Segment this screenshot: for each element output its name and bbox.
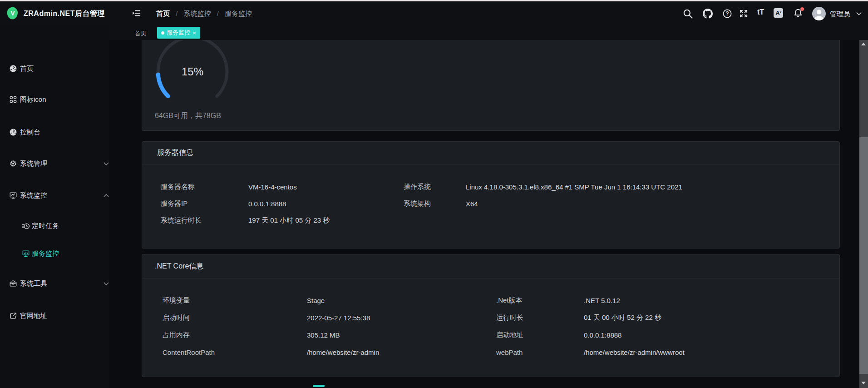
- sidebar-item-label: 服务监控: [32, 249, 59, 258]
- icons-grid-icon: [9, 95, 17, 104]
- sidebar: 首页 图标icon 控制台 系统管理: [0, 25, 109, 388]
- field-value: 305.12 MB: [307, 331, 496, 339]
- card-title: .NET Core信息: [142, 254, 839, 279]
- sidebar-item-label: 图标icon: [20, 95, 46, 104]
- search-icon[interactable]: [683, 9, 693, 19]
- sidebar-item-label: 定时任务: [32, 222, 59, 230]
- app-title: ZRAdmin.NET后台管理: [24, 9, 105, 19]
- field-label: .Net版本: [496, 296, 584, 305]
- chevron-down-icon: [104, 162, 109, 165]
- field-value: Linux 4.18.0-305.3.1.el8.x86_64 #1 SMP T…: [466, 183, 835, 191]
- field-label: 操作系统: [404, 183, 466, 191]
- logo-letter: V: [5, 6, 20, 20]
- active-tab-dot: [161, 31, 164, 35]
- person-icon: [812, 7, 826, 20]
- breadcrumb-separator: /: [217, 10, 219, 17]
- field-value: 0.0.0.1:8888: [248, 200, 404, 208]
- chevron-up-icon: [104, 194, 109, 197]
- dotnet-info-table: 环境变量 Stage .Net版本 .NET 5.0.12 启动时间 2022-…: [142, 279, 839, 361]
- field-value: 0.0.0.1:8888: [584, 331, 835, 339]
- horizontal-scrollbar-thumb[interactable]: [313, 385, 325, 387]
- field-value: /home/website/zr-admin: [307, 348, 496, 356]
- notification-badge: [800, 7, 804, 11]
- field-label: ContentRootPath: [163, 348, 307, 356]
- gear-icon: [9, 159, 17, 168]
- server-info-table: 服务器名称 VM-16-4-centos 操作系统 Linux 4.18.0-3…: [142, 164, 839, 229]
- field-value: 01 天 00 小时 52 分 22 秒: [584, 313, 835, 322]
- tab-service-monitor[interactable]: 服务监控 ×: [157, 27, 200, 39]
- svg-text:?: ?: [725, 10, 729, 17]
- user-name[interactable]: 管理员: [830, 10, 850, 19]
- field-label: 运行时长: [496, 313, 584, 322]
- field-value: /home/website/zr-admin/wwwroot: [584, 348, 835, 356]
- breadcrumb-home[interactable]: 首页: [156, 10, 170, 17]
- help-icon[interactable]: ?: [722, 9, 732, 19]
- server-monitor-icon: [22, 249, 30, 258]
- scroll-down-arrow-icon[interactable]: [861, 382, 866, 384]
- sidebar-item-icons[interactable]: 图标icon: [0, 93, 109, 106]
- sidebar-item-label: 系统管理: [20, 159, 47, 168]
- sidebar-item-system-monitor[interactable]: 系统监控: [0, 189, 109, 202]
- field-value: X64: [466, 200, 835, 208]
- field-label: 环境变量: [163, 296, 307, 305]
- monitor-chart-icon: [9, 191, 17, 199]
- sidebar-item-system-tools[interactable]: 系统工具: [0, 277, 109, 290]
- server-info-card: 服务器信息 服务器名称 VM-16-4-centos 操作系统 Linux 4.…: [142, 141, 840, 249]
- notification-bell[interactable]: [793, 8, 803, 18]
- timer-icon: [22, 222, 30, 230]
- disk-usage-gauge: 15%: [152, 40, 233, 113]
- field-value: 197 天 01 小时 05 分 23 秒: [248, 216, 404, 225]
- field-label: webPath: [496, 348, 584, 356]
- tab-home[interactable]: 首页: [135, 30, 147, 38]
- field-label: 启动地址: [496, 331, 584, 339]
- sidebar-item-system-manage[interactable]: 系统管理: [0, 157, 109, 170]
- app-logo[interactable]: V: [5, 6, 20, 20]
- toolbox-icon: [9, 279, 17, 288]
- breadcrumb-system-monitor[interactable]: 系统监控: [184, 10, 211, 17]
- field-value: .NET 5.0.12: [584, 297, 835, 304]
- breadcrumb-service-monitor: 服务监控: [225, 10, 252, 17]
- disk-caption: 64GB可用，共78GB: [155, 111, 221, 121]
- breadcrumb: 首页 / 系统监控 / 服务监控: [156, 10, 252, 18]
- sidebar-fold-icon[interactable]: [132, 9, 141, 18]
- font-size-icon[interactable]: tT: [757, 8, 764, 16]
- header-bar: V ZRAdmin.NET后台管理 首页 / 系统监控 / 服务监控 ? tT …: [0, 1, 868, 25]
- avatar[interactable]: [812, 7, 826, 20]
- scroll-up-arrow-icon[interactable]: [861, 43, 866, 45]
- sidebar-item-label: 官网地址: [20, 312, 47, 320]
- gauge-percent-label: 15%: [182, 65, 203, 78]
- sidebar-item-home[interactable]: 首页: [0, 62, 109, 75]
- sidebar-item-console[interactable]: 控制台: [0, 125, 109, 139]
- dotnet-info-card: .NET Core信息 环境变量 Stage .Net版本 .NET 5.0.1…: [142, 254, 840, 377]
- console-gauge-icon: [9, 128, 17, 136]
- field-value: VM-16-4-centos: [248, 183, 404, 191]
- field-label: 占用内存: [163, 331, 307, 339]
- tab-close-icon[interactable]: ×: [192, 30, 196, 36]
- sidebar-item-official-site[interactable]: 官网地址: [0, 309, 109, 323]
- breadcrumb-separator: /: [176, 10, 178, 17]
- field-label: 服务器名称: [161, 183, 248, 191]
- field-label: 服务器IP: [161, 199, 248, 208]
- field-label: 系统架构: [404, 199, 466, 208]
- fullscreen-icon[interactable]: [739, 9, 749, 19]
- field-value: 2022-05-27 12:55:38: [307, 314, 496, 322]
- card-title: 服务器信息: [142, 142, 839, 164]
- disk-gauge-card: 15% 64GB可用，共78GB: [142, 40, 840, 131]
- github-icon[interactable]: [703, 9, 713, 19]
- field-label: 启动时间: [163, 313, 307, 322]
- field-value: Stage: [307, 297, 496, 304]
- translate-icon[interactable]: A: [774, 8, 783, 18]
- tab-label: 服务监控: [167, 29, 190, 37]
- external-link-icon: [9, 312, 17, 320]
- vertical-scrollbar-thumb[interactable]: [859, 137, 868, 374]
- sidebar-item-label: 系统工具: [20, 279, 47, 288]
- chevron-down-icon: [104, 282, 109, 285]
- sidebar-item-scheduled-tasks[interactable]: 定时任务: [0, 219, 109, 233]
- sidebar-item-service-monitor[interactable]: 服务监控: [0, 247, 109, 260]
- sidebar-item-label: 系统监控: [20, 191, 47, 200]
- chevron-down-icon[interactable]: [856, 12, 862, 15]
- tags-view-bar: 首页 服务监控 ×: [109, 25, 868, 40]
- dashboard-icon: [9, 65, 17, 73]
- field-label: 系统运行时长: [161, 216, 248, 225]
- sidebar-item-label: 首页: [20, 65, 34, 73]
